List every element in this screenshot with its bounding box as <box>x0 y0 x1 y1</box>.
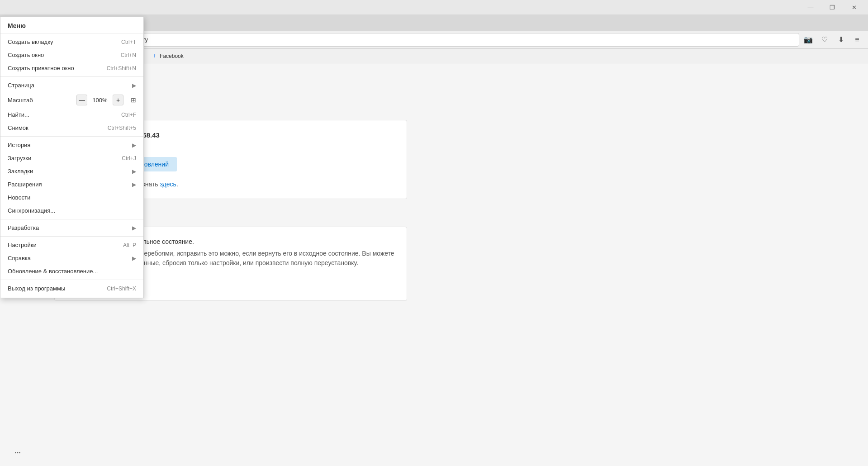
zoom-minus-button[interactable]: — <box>76 95 87 105</box>
menu-item-history[interactable]: История ▶ <box>0 138 143 152</box>
menu-item-zoom: Масштаб — 100% + ⊞ <box>0 92 143 108</box>
zoom-fullscreen-button[interactable]: ⊞ <box>131 96 136 104</box>
zoom-value: 100% <box>91 97 109 104</box>
menu-item-update-recovery[interactable]: Обновление & восстановление... <box>0 265 143 278</box>
menu-item-help-arrow: ▶ <box>132 255 136 262</box>
menu-item-sync[interactable]: Синхронизация... <box>0 204 143 217</box>
menu-item-bookmarks[interactable]: Закладки ▶ <box>0 165 143 178</box>
menu-item-page[interactable]: Страница ▶ <box>0 79 143 92</box>
menu-title: Меню <box>0 19 143 33</box>
menu-item-page-arrow: ▶ <box>132 82 136 89</box>
menu-item-private-window[interactable]: Создать приватное окно Ctrl+Shift+N <box>0 62 143 75</box>
menu-item-settings-shortcut: Alt+P <box>123 242 136 248</box>
menu-item-find-shortcut: Ctrl+F <box>121 112 136 118</box>
menu-item-update-recovery-label: Обновление & восстановление... <box>8 268 136 275</box>
menu-divider-4 <box>0 236 143 237</box>
menu-item-settings-label: Настройки <box>8 242 116 248</box>
menu-item-new-tab[interactable]: Создать вкладку Ctrl+T <box>0 35 143 48</box>
menu-item-history-label: История <box>8 142 128 148</box>
menu-item-bookmarks-arrow: ▶ <box>132 168 136 175</box>
menu-item-extensions-arrow: ▶ <box>132 181 136 188</box>
menu-item-find[interactable]: Найти... Ctrl+F <box>0 108 143 121</box>
menu-item-dev-arrow: ▶ <box>132 225 136 231</box>
menu-item-news-label: Новости <box>8 194 136 201</box>
menu-item-dev-label: Разработка <box>8 224 128 231</box>
menu-item-history-arrow: ▶ <box>132 142 136 148</box>
menu-item-news[interactable]: Новости <box>0 191 143 204</box>
menu-item-snapshot-label: Снимок <box>8 124 100 131</box>
menu-item-extensions[interactable]: Расширения ▶ <box>0 178 143 191</box>
menu-item-downloads[interactable]: Загрузки Ctrl+J <box>0 152 143 165</box>
menu-item-sync-label: Синхронизация... <box>8 207 136 214</box>
menu-item-exit-label: Выход из программы <box>8 285 100 292</box>
menu-item-find-label: Найти... <box>8 111 114 118</box>
menu-item-snapshot-shortcut: Ctrl+Shift+5 <box>108 125 136 131</box>
menu-item-help-label: Справка <box>8 255 128 262</box>
menu-divider-2 <box>0 136 143 137</box>
menu-item-private-window-shortcut: Ctrl+Shift+N <box>107 65 136 71</box>
menu-divider-3 <box>0 219 143 219</box>
browser-frame: — ❐ ✕ O Обновление & восстановление O ← … <box>0 0 868 466</box>
menu-item-downloads-shortcut: Ctrl+J <box>122 155 136 162</box>
menu-item-new-window-shortcut: Ctrl+N <box>121 52 136 58</box>
dropdown-menu: Меню Создать вкладку Ctrl+T Создать окно… <box>0 16 144 298</box>
menu-item-page-label: Страница <box>8 82 128 89</box>
menu-item-bookmarks-label: Закладки <box>8 168 128 175</box>
menu-item-exit-shortcut: Ctrl+Shift+X <box>107 285 136 292</box>
zoom-controls: — 100% + ⊞ <box>76 95 136 105</box>
menu-item-new-window-label: Создать окно <box>8 52 114 58</box>
menu-item-private-window-label: Создать приватное окно <box>8 65 100 71</box>
menu-item-new-tab-shortcut: Ctrl+T <box>121 39 136 45</box>
menu-divider-5 <box>0 280 143 280</box>
menu-item-snapshot[interactable]: Снимок Ctrl+Shift+5 <box>0 121 143 134</box>
menu-item-help[interactable]: Справка ▶ <box>0 252 143 265</box>
menu-overlay: Меню Создать вкладку Ctrl+T Создать окно… <box>0 0 868 466</box>
menu-item-extensions-label: Расширения <box>8 181 128 188</box>
menu-item-dev[interactable]: Разработка ▶ <box>0 221 143 234</box>
menu-item-zoom-label: Масштаб <box>8 97 76 104</box>
zoom-plus-button[interactable]: + <box>113 95 123 105</box>
menu-item-new-window[interactable]: Создать окно Ctrl+N <box>0 48 143 62</box>
menu-divider-1 <box>0 76 143 77</box>
menu-item-settings[interactable]: Настройки Alt+P <box>0 238 143 252</box>
menu-item-new-tab-label: Создать вкладку <box>8 38 114 45</box>
menu-item-exit[interactable]: Выход из программы Ctrl+Shift+X <box>0 282 143 295</box>
menu-item-downloads-label: Загрузки <box>8 155 114 162</box>
